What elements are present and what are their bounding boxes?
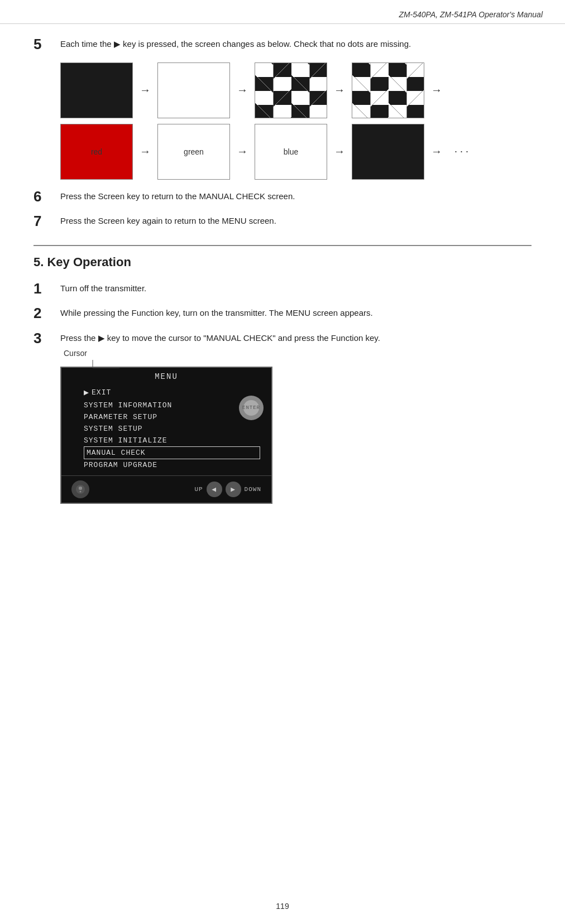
box-dark <box>352 124 424 180</box>
menu-item-sysinit[interactable]: SYSTEM INITIALIZE <box>84 435 260 446</box>
page-header: ZM-540PA, ZM-541PA Operator's Manual <box>0 0 565 24</box>
step-2-row: 2 While pressing the Function key, turn … <box>33 306 532 321</box>
down-label: DOWN <box>245 486 261 493</box>
section-5-heading: 5. Key Operation <box>33 255 532 270</box>
step-1-row: 1 Turn off the transmitter. <box>33 282 532 297</box>
pattern-row-2: red → green → blue → → · · · <box>60 124 532 180</box>
step-3-text: Press the ▶ key to move the cursor to "M… <box>56 331 532 344</box>
paramsetup-label: PARAMETER SETUP <box>84 413 157 421</box>
menu-item-exit[interactable]: ▶ EXIT <box>84 386 260 400</box>
manualcheck-label: MANUAL CHECK <box>87 449 146 457</box>
page-footer: 119 <box>0 902 565 911</box>
arrow-3: → <box>334 84 345 97</box>
nav-buttons: UP ◀ ▶ DOWN <box>194 482 261 497</box>
arrow-2: → <box>237 84 248 97</box>
pattern-box-white <box>157 62 230 118</box>
arrow-6: → <box>237 145 248 158</box>
pattern-box-checker-b <box>352 62 424 118</box>
step-6-text: Press the Screen key to return to the MA… <box>56 190 532 203</box>
step-6-row: 6 Press the Screen key to return to the … <box>33 190 532 205</box>
down-button[interactable]: ▶ <box>226 482 241 497</box>
step-7-row: 7 Press the Screen key again to return t… <box>33 214 532 229</box>
enter-label: ENTER <box>242 405 260 411</box>
menu-item-syssetup[interactable]: SYSTEM SETUP <box>84 423 260 435</box>
green-label: green <box>184 147 204 156</box>
pattern-box-black <box>60 62 133 118</box>
menu-screen: ENTER MENU ▶ EXIT SYSTEM INFORMATION PAR… <box>60 367 272 504</box>
menu-item-progupgrade[interactable]: PROGRAM UPGRADE <box>84 459 260 471</box>
menu-item-sysinfo[interactable]: SYSTEM INFORMATION <box>84 400 260 411</box>
step-5-number: 5 <box>33 36 56 52</box>
red-label: red <box>91 147 102 156</box>
menu-item-paramsetup[interactable]: PARAMETER SETUP <box>84 411 260 423</box>
syssetup-label: SYSTEM SETUP <box>84 425 143 433</box>
arrow-4: → <box>431 84 442 97</box>
box-green: green <box>157 124 230 180</box>
step-5-text: Each time the ▶ key is pressed, the scre… <box>56 37 532 50</box>
section-divider <box>33 245 532 246</box>
step-7-number: 7 <box>33 213 56 229</box>
step-2-number: 2 <box>33 305 56 321</box>
step-3-row: 3 Press the ▶ key to move the cursor to … <box>33 331 532 346</box>
pattern-row-1: → → → → <box>60 62 532 118</box>
menu-item-manualcheck[interactable]: MANUAL CHECK <box>84 446 260 459</box>
progupgrade-label: PROGRAM UPGRADE <box>84 461 157 469</box>
step-6-number: 6 <box>33 189 56 205</box>
sysinit-label: SYSTEM INITIALIZE <box>84 436 167 445</box>
step-5-row: 5 Each time the ▶ key is pressed, the sc… <box>33 37 532 52</box>
step-1-number: 1 <box>33 281 56 297</box>
box-red: red <box>60 124 133 180</box>
step-3-number: 3 <box>33 330 56 346</box>
step-1-text: Turn off the transmitter. <box>56 282 532 295</box>
menu-bottom-bar: UP ◀ ▶ DOWN <box>61 475 271 503</box>
cursor-line-svg <box>64 354 125 370</box>
pattern-box-checker-a <box>255 62 327 118</box>
step-2-text: While pressing the Function key, turn on… <box>56 306 532 319</box>
dots: · · · <box>454 146 468 157</box>
arrow-7: → <box>334 145 345 158</box>
enter-button[interactable]: ENTER <box>239 396 264 420</box>
function-button[interactable] <box>71 480 89 498</box>
step-7-text: Press the Screen key again to return to … <box>56 214 532 227</box>
sysinfo-label: SYSTEM INFORMATION <box>84 401 172 410</box>
arrow-1: → <box>140 84 151 97</box>
arrow-5: → <box>140 145 151 158</box>
menu-items-list: ▶ EXIT SYSTEM INFORMATION PARAMETER SETU… <box>61 383 271 473</box>
blue-label: blue <box>284 147 298 156</box>
exit-arrow-icon: ▶ <box>84 387 89 398</box>
pattern-section: → → → → red → green → blue → → · · · <box>60 62 532 180</box>
exit-label: EXIT <box>92 388 111 397</box>
up-label: UP <box>194 486 203 493</box>
up-button[interactable]: ◀ <box>207 482 222 497</box>
svg-point-3 <box>80 490 82 492</box>
box-blue: blue <box>255 124 327 180</box>
arrow-8: → <box>431 145 442 158</box>
function-icon <box>75 484 85 494</box>
